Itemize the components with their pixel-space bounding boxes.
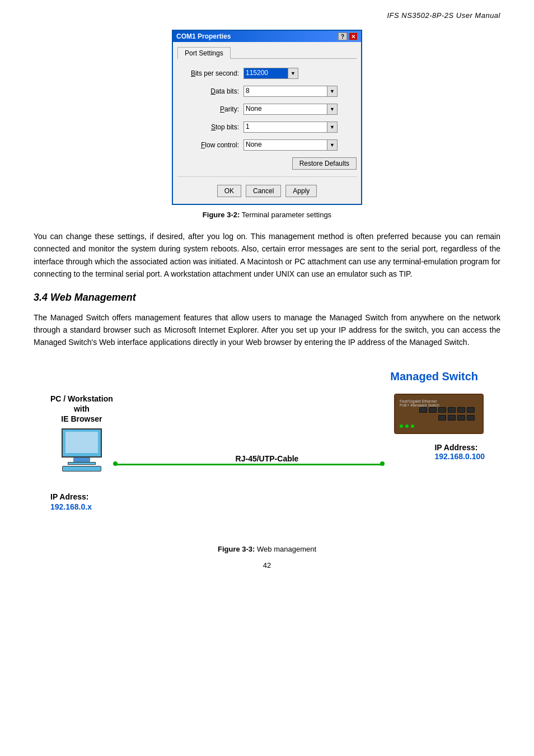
ok-button[interactable]: OK	[217, 185, 241, 197]
restore-defaults-button[interactable]: Restore Defaults	[292, 157, 357, 170]
dialog-footer: OK Cancel Apply	[177, 181, 357, 199]
cable-dot-left	[113, 461, 118, 466]
figure2-text: Terminal parameter settings	[242, 211, 331, 219]
field-label-bps: Bits per second:	[177, 69, 239, 77]
port-10	[467, 415, 475, 421]
field-input-databits: 8 ▼	[243, 86, 357, 97]
cable-line	[115, 464, 383, 465]
field-input-bps: 115200 ▼	[243, 68, 357, 79]
monitor-stand	[73, 458, 90, 462]
ip-adress-label: IP Adress:	[50, 492, 92, 503]
pc-label-line1: PC / Workstation	[50, 394, 113, 403]
field-row-stop-bits: Stop bits: 1 ▼	[177, 122, 357, 133]
monitor-screen	[65, 432, 98, 453]
field-row-bits-per-second: Bits per second: 115200 ▼	[177, 68, 357, 79]
section-paragraph: The Managed Switch offers management fea…	[34, 311, 500, 349]
figure3-text: Web management	[257, 545, 316, 553]
field-label-flowcontrol: Flow control:	[177, 141, 239, 149]
cable-dot-right	[380, 461, 385, 466]
com1-dialog: COM1 Properties ? ✕ Port Settings Bits p…	[172, 30, 362, 205]
restore-row: Restore Defaults	[177, 157, 357, 170]
figure2-label: Figure 3-2:	[203, 211, 240, 219]
field-input-parity: None ▼	[243, 104, 357, 115]
led-3	[411, 424, 414, 428]
section-number: 3.4	[34, 292, 48, 303]
flowcontrol-input[interactable]: None	[243, 139, 327, 151]
dialog-body: Port Settings Bits per second: 115200 ▼ …	[173, 42, 361, 204]
pc-label-line3: IE Browser	[61, 414, 102, 423]
flowcontrol-dropdown[interactable]: ▼	[327, 139, 338, 151]
ip-adress-value: 192.168.0.x	[50, 502, 92, 511]
stopbits-input[interactable]: 1	[243, 122, 327, 133]
stopbits-dropdown[interactable]: ▼	[327, 122, 338, 133]
switch-ports-row	[400, 407, 478, 413]
field-row-flow-control: Flow control: None ▼	[177, 139, 357, 151]
port-9	[457, 415, 465, 421]
port-5	[457, 407, 465, 413]
port-8	[448, 415, 456, 421]
monitor-shape	[62, 428, 102, 458]
header-title: IFS NS3502-8P-2S User Manual	[387, 11, 500, 20]
port-1	[419, 407, 427, 413]
parity-dropdown[interactable]: ▼	[327, 104, 338, 115]
field-row-parity: Parity: None ▼	[177, 104, 357, 115]
section-heading: 3.4 Web Management	[34, 292, 500, 304]
ip-address-right-block: IP Address: 192.168.0.100	[434, 443, 485, 461]
keyboard-shape	[62, 466, 101, 472]
ip-address-right-value: 192.168.0.100	[434, 452, 485, 461]
field-label-databits: Data bits:	[177, 87, 239, 95]
switch-led-row	[400, 424, 478, 428]
field-row-data-bits: Data bits: 8 ▼	[177, 86, 357, 97]
figure2-caption: Figure 3-2: Terminal parameter settings	[34, 211, 500, 219]
figure3-caption: Figure 3-3: Web management	[34, 545, 500, 553]
body-paragraph: You can change these settings, if desire…	[34, 230, 500, 281]
cable-label: RJ-45/UTP-Cable	[236, 454, 299, 463]
pc-label-line2: with	[74, 404, 90, 413]
dialog-titlebar-buttons: ? ✕	[338, 32, 358, 40]
page-number: 42	[34, 561, 500, 570]
pc-block: PC / Workstation with IE Browser	[50, 394, 113, 472]
field-input-stopbits: 1 ▼	[243, 122, 357, 133]
switch-device: Fast/Gigabit EthernetPoE+ Managed Switch	[394, 394, 484, 434]
port-7	[438, 415, 446, 421]
network-diagram: Managed Switch PC / Workstation with IE …	[34, 360, 500, 539]
dialog-titlebar: COM1 Properties ? ✕	[173, 31, 361, 42]
pc-icon	[50, 428, 113, 472]
field-label-stopbits: Stop bits:	[177, 123, 239, 131]
apply-button[interactable]: Apply	[285, 185, 317, 197]
field-input-flowcontrol: None ▼	[243, 139, 357, 151]
dialog-wrapper: COM1 Properties ? ✕ Port Settings Bits p…	[34, 30, 500, 205]
port-2	[429, 407, 437, 413]
led-2	[405, 424, 409, 428]
bps-input[interactable]: 115200	[243, 68, 288, 79]
figure3-label: Figure 3-3:	[218, 545, 255, 553]
page-header: IFS NS3502-8P-2S User Manual	[34, 11, 500, 20]
led-1	[400, 424, 403, 428]
bps-dropdown[interactable]: ▼	[288, 68, 298, 79]
port-3	[438, 407, 446, 413]
dialog-title: COM1 Properties	[176, 32, 231, 40]
ip-adress-block: IP Adress: 192.168.0.x	[50, 492, 92, 512]
switch-ports-row-2	[400, 415, 478, 421]
tab-port-settings[interactable]: Port Settings	[177, 47, 231, 59]
monitor-base	[68, 462, 96, 465]
databits-input[interactable]: 8	[243, 86, 327, 97]
port-6	[467, 407, 475, 413]
parity-input[interactable]: None	[243, 104, 327, 115]
port-4	[448, 407, 456, 413]
close-button[interactable]: ✕	[349, 32, 358, 40]
section-title: Web Management	[50, 292, 136, 303]
databits-dropdown[interactable]: ▼	[327, 86, 338, 97]
ip-address-right-label: IP Address:	[434, 443, 485, 452]
cancel-button[interactable]: Cancel	[246, 185, 281, 197]
switch-block: Fast/Gigabit EthernetPoE+ Managed Switch	[394, 394, 484, 434]
switch-label-small: Fast/Gigabit EthernetPoE+ Managed Switch	[400, 399, 478, 407]
field-label-parity: Parity:	[177, 105, 239, 113]
tab-bar: Port Settings	[177, 46, 357, 59]
switch-front: Fast/Gigabit EthernetPoE+ Managed Switch	[395, 395, 483, 433]
managed-switch-label: Managed Switch	[390, 370, 478, 383]
help-button[interactable]: ?	[338, 32, 347, 40]
pc-label: PC / Workstation with IE Browser	[50, 394, 113, 424]
